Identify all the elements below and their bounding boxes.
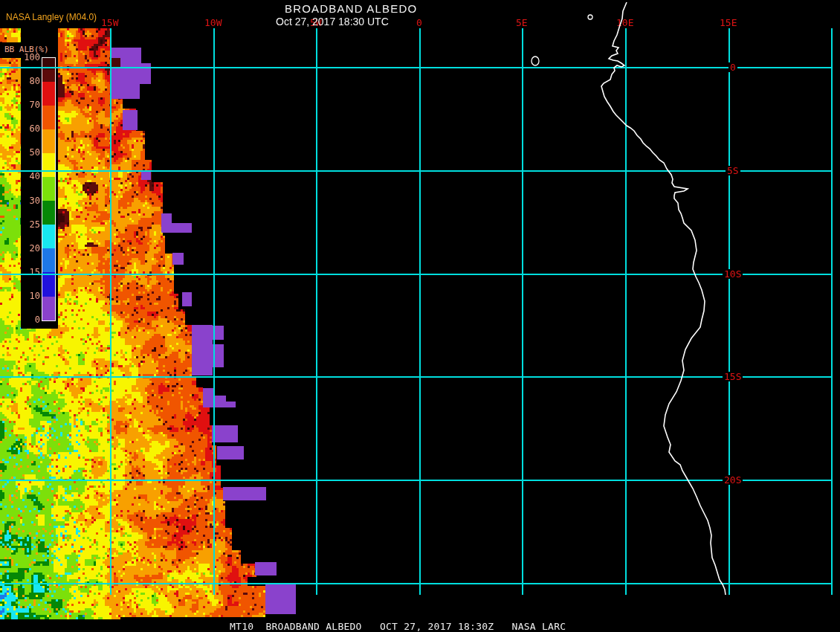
colorbar-band (42, 177, 55, 201)
colorbar-band (42, 248, 55, 272)
colorbar-tick-label: 50 (15, 148, 40, 158)
colorbar-band (42, 58, 55, 70)
timestamp-label: Oct 27, 2017 18:30 UTC (276, 16, 389, 28)
colorbar-band (42, 82, 55, 106)
colorbar-tick-label: 80 (15, 77, 40, 86)
latitude-label: 20S (723, 475, 743, 485)
colorbar-tick-label: 60 (15, 124, 40, 134)
latitude-label: 5S (726, 166, 740, 175)
colorbar-tick-label: 30 (15, 196, 40, 206)
longitude-gridline (213, 28, 215, 595)
latitude-label: 0 (728, 62, 737, 72)
longitude-label: 15E (720, 18, 737, 28)
colorbar-tick-label: 10 (15, 291, 40, 301)
longitude-label: 15W (101, 18, 118, 28)
latitude-gridline (0, 274, 832, 275)
colorbar-band (42, 272, 55, 297)
colorbar-band (42, 70, 55, 82)
colorbar-tick-label: 0 (15, 315, 40, 325)
colorbar-band (42, 153, 55, 177)
latitude-label: 15S (723, 372, 743, 381)
colorbar-band (42, 225, 55, 248)
longitude-gridline (110, 28, 112, 595)
latitude-gridline (0, 480, 832, 481)
latitude-gridline (0, 170, 832, 172)
colorbar-band (42, 106, 55, 129)
colorbar-tick-label: 25 (15, 220, 40, 230)
page-title: BROADBAND ALBEDO (285, 2, 417, 15)
source-label: NASA Langley (M04.0) (6, 12, 97, 22)
colorbar-tick-label: 70 (15, 100, 40, 110)
latitude-gridline (0, 583, 832, 584)
latitude-label: 10S (723, 269, 743, 279)
colorbar-tick-label: 40 (15, 172, 40, 181)
longitude-label: 5E (516, 18, 528, 28)
longitude-label: 10W (204, 18, 222, 28)
longitude-gridline (316, 28, 317, 595)
longitude-label: 0 (416, 18, 422, 28)
longitude-gridline (831, 28, 833, 595)
longitude-gridline (522, 28, 523, 595)
colorbar-band (42, 201, 55, 225)
footer-caption: MT10 BROADBAND ALBEDO OCT 27, 2017 18:30… (230, 621, 566, 632)
colorbar-band (42, 129, 55, 153)
longitude-label: 10E (616, 18, 633, 28)
colorbar-tick-label: 100 (15, 53, 40, 62)
longitude-gridline (728, 28, 730, 595)
latitude-gridline (0, 67, 832, 68)
colorbar-band (42, 297, 55, 320)
colorbar-tick-label: 15 (15, 268, 40, 277)
longitude-gridline (625, 28, 627, 595)
colorbar (42, 57, 56, 321)
colorbar-tick-label: 20 (15, 244, 40, 254)
latitude-gridline (0, 376, 832, 378)
longitude-gridline (419, 28, 421, 595)
albedo-map-viewport: BB ALB(%) 100807060504030252015100 15W10… (0, 0, 840, 632)
